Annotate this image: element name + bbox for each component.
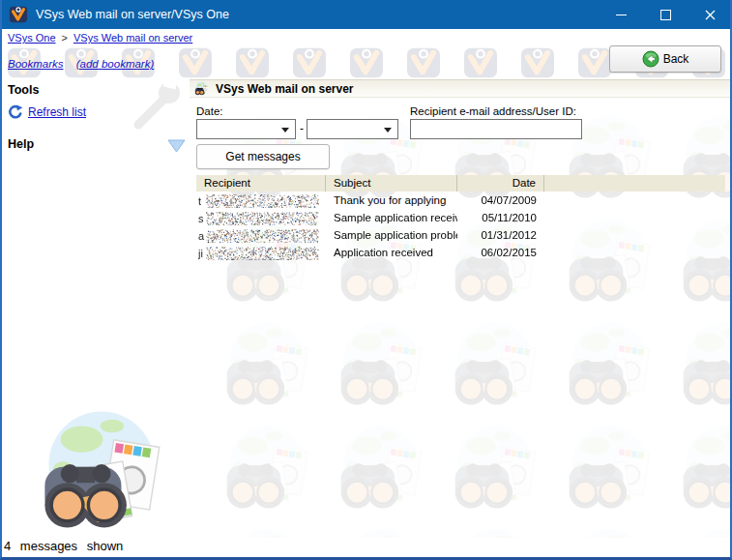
redacted-noise	[198, 247, 320, 260]
bookmarks-row: Bookmarks (add bookmark)	[8, 58, 163, 70]
table-header: Recipient Subject Date	[196, 175, 725, 192]
redacted-noise	[198, 229, 320, 243]
binoculars-globe-watermark-icon	[215, 423, 319, 519]
date-cell: 01/31/2012	[457, 227, 544, 245]
message-list: Thank you for applying04/07/2009Sample a…	[196, 192, 725, 262]
panel-header: VSys Web mail on server	[190, 79, 732, 98]
webmail-icon	[193, 81, 210, 97]
date-cell: 04/07/2009	[457, 192, 544, 210]
status-bar: 4 messages shown	[0, 537, 732, 557]
binoculars-globe-watermark-icon	[215, 319, 319, 416]
window-title: VSys Web mail on server/VSys One	[36, 0, 229, 29]
binoculars-globe-watermark-icon	[671, 319, 732, 416]
app-icon	[9, 5, 28, 24]
minimize-icon	[616, 15, 627, 15]
breadcrumb: VSys One > VSys Web mail on server	[0, 29, 732, 46]
subject-cell: Application received	[326, 245, 457, 262]
column-header-recipient[interactable]: Recipient	[196, 175, 326, 192]
date-range-separator: -	[300, 122, 304, 135]
binoculars-globe-watermark-icon	[557, 319, 661, 416]
date-from-select[interactable]	[196, 119, 296, 139]
binoculars-globe-watermark-icon	[329, 319, 433, 416]
help-header: Help	[8, 137, 34, 151]
recipient-cell-redacted	[196, 227, 326, 245]
subject-cell: Sample application received	[326, 210, 457, 227]
close-icon	[705, 10, 716, 20]
maximize-button[interactable]	[643, 0, 688, 29]
back-button-label: Back	[663, 52, 689, 66]
chevron-down-icon	[281, 128, 289, 133]
chevron-down-icon	[384, 128, 392, 133]
v-logo-watermark-icon	[515, 46, 560, 79]
add-bookmark-link[interactable]: (add bookmark)	[76, 58, 155, 70]
panel-title: VSys Web mail on server	[216, 80, 354, 98]
redacted-noise	[198, 194, 320, 208]
date-cell: 06/02/2015	[457, 245, 544, 262]
binoculars-globe-watermark-icon	[557, 423, 661, 519]
v-logo-watermark-icon	[230, 46, 275, 79]
app-window: VSys Web mail on server/VSys One VSys On…	[0, 0, 732, 560]
table-row[interactable]: Sample application received05/11/2010	[196, 210, 725, 227]
tools-header: Tools	[8, 83, 39, 97]
maximize-icon	[660, 10, 671, 20]
main-panel: VSys Web mail on server Date: - Recipien…	[190, 79, 732, 538]
webmail-illustration	[29, 406, 174, 544]
recipient-input[interactable]	[410, 119, 582, 139]
breadcrumb-link-webmail[interactable]: VSys Web mail on server	[73, 32, 192, 44]
refresh-row: Refresh list	[8, 104, 86, 120]
column-header-filler	[544, 175, 725, 192]
recipient-label: Recipient e-mail address/User ID:	[410, 105, 576, 117]
wrench-icon	[124, 77, 188, 135]
v-logo-watermark-icon	[173, 46, 218, 79]
date-cell: 05/11/2010	[457, 210, 544, 227]
v-logo-watermark-icon	[458, 46, 503, 79]
binoculars-globe-watermark-icon	[329, 423, 433, 519]
table-row[interactable]: Application received06/02/2015	[196, 245, 725, 262]
back-icon	[642, 50, 659, 68]
recipient-cell-redacted	[196, 245, 326, 262]
refresh-icon	[8, 104, 23, 120]
breadcrumb-link-vsys-one[interactable]: VSys One	[8, 32, 56, 44]
close-button[interactable]	[688, 0, 732, 29]
breadcrumb-separator: >	[62, 32, 68, 44]
binoculars-globe-watermark-icon	[671, 423, 732, 519]
column-header-date[interactable]: Date	[457, 175, 544, 192]
minimize-button[interactable]	[599, 0, 643, 29]
subject-cell: Thank you for applying	[326, 192, 457, 210]
redacted-noise	[198, 212, 320, 225]
status-text: 4 messages shown	[4, 539, 123, 553]
help-collapse-icon[interactable]	[167, 139, 186, 153]
subject-cell: Sample application problem	[326, 227, 457, 245]
v-logo-watermark-icon	[287, 46, 332, 79]
get-messages-button[interactable]: Get messages	[196, 144, 330, 169]
table-row[interactable]: Sample application problem01/31/2012	[196, 227, 725, 245]
bookmarks-link[interactable]: Bookmarks	[8, 58, 64, 70]
v-logo-watermark-icon	[401, 46, 446, 79]
binoculars-globe-watermark-icon	[443, 423, 547, 519]
title-bar: VSys Web mail on server/VSys One	[0, 0, 732, 29]
back-button[interactable]: Back	[609, 45, 721, 73]
recipient-cell-redacted	[196, 192, 326, 210]
table-row[interactable]: Thank you for applying04/07/2009	[196, 192, 725, 210]
window-controls	[599, 0, 732, 29]
recipient-cell-redacted	[196, 210, 326, 227]
date-to-select[interactable]	[307, 119, 398, 139]
date-label: Date:	[196, 105, 223, 117]
sidebar: Tools Refresh list Help	[2, 79, 190, 538]
refresh-list-link[interactable]: Refresh list	[28, 105, 86, 119]
column-header-subject[interactable]: Subject	[326, 175, 457, 192]
binoculars-globe-watermark-icon	[443, 319, 547, 416]
v-logo-watermark-icon	[344, 46, 389, 79]
